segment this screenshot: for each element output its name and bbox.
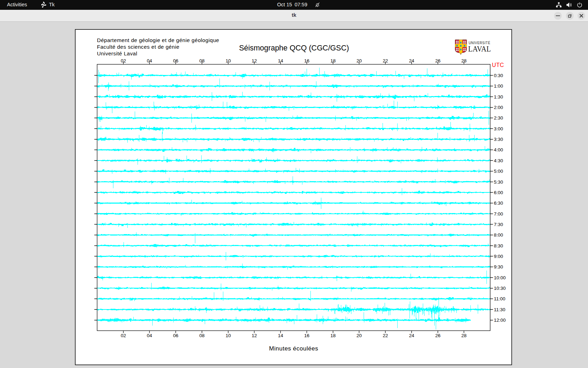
svg-text:UTC: UTC xyxy=(492,62,504,68)
svg-text:28: 28 xyxy=(461,58,467,63)
svg-text:1:00: 1:00 xyxy=(494,83,503,89)
svg-text:8:30: 8:30 xyxy=(494,243,503,248)
svg-text:Faculté des sciences et de gén: Faculté des sciences et de génie xyxy=(97,44,180,50)
svg-text:14: 14 xyxy=(278,58,284,63)
svg-text:06: 06 xyxy=(173,333,178,338)
svg-text:10: 10 xyxy=(225,58,231,63)
svg-text:2:00: 2:00 xyxy=(494,105,503,110)
svg-text:7:30: 7:30 xyxy=(494,222,503,227)
svg-text:5:00: 5:00 xyxy=(494,169,503,174)
svg-text:06: 06 xyxy=(173,58,178,63)
svg-text:24: 24 xyxy=(409,333,414,338)
svg-text:3:00: 3:00 xyxy=(494,126,503,131)
svg-text:24: 24 xyxy=(409,58,414,63)
svg-text:08: 08 xyxy=(199,333,204,338)
svg-text:22: 22 xyxy=(383,58,388,63)
svg-text:9:00: 9:00 xyxy=(494,254,503,259)
svg-text:20: 20 xyxy=(356,333,362,338)
svg-text:16: 16 xyxy=(304,58,309,63)
svg-text:2:30: 2:30 xyxy=(494,115,503,121)
svg-text:4:30: 4:30 xyxy=(494,158,503,163)
svg-text:02: 02 xyxy=(121,58,126,63)
svg-text:8:00: 8:00 xyxy=(494,232,503,238)
svg-text:Université Laval: Université Laval xyxy=(97,50,137,56)
svg-text:04: 04 xyxy=(147,58,152,63)
svg-text:10: 10 xyxy=(225,333,231,338)
svg-text:08: 08 xyxy=(199,58,204,63)
svg-text:02: 02 xyxy=(121,333,126,338)
svg-text:12: 12 xyxy=(252,58,257,63)
svg-text:14: 14 xyxy=(278,333,284,338)
svg-text:10:00: 10:00 xyxy=(494,275,506,280)
svg-text:6:00: 6:00 xyxy=(494,190,503,195)
svg-text:1:30: 1:30 xyxy=(494,94,503,100)
svg-text:26: 26 xyxy=(435,333,440,338)
svg-text:LAVAL: LAVAL xyxy=(468,45,491,53)
svg-text:11:30: 11:30 xyxy=(494,307,505,312)
svg-text:16: 16 xyxy=(304,333,309,338)
svg-text:0:30: 0:30 xyxy=(494,73,503,78)
svg-text:Minutes écoulées: Minutes écoulées xyxy=(269,345,318,352)
svg-text:Séismographe QCQ (CGC/GSC): Séismographe QCQ (CGC/GSC) xyxy=(239,44,349,52)
svg-text:26: 26 xyxy=(435,58,440,63)
svg-text:Département de géologie et de: Département de géologie et de génie géol… xyxy=(97,37,219,43)
svg-text:4:00: 4:00 xyxy=(494,147,503,152)
svg-text:11:00: 11:00 xyxy=(494,296,505,301)
svg-text:18: 18 xyxy=(330,333,336,338)
svg-text:12: 12 xyxy=(252,333,257,338)
svg-text:10:30: 10:30 xyxy=(494,286,506,291)
svg-text:7:00: 7:00 xyxy=(494,211,503,217)
svg-text:28: 28 xyxy=(461,333,467,338)
svg-text:12:00: 12:00 xyxy=(494,318,506,323)
svg-text:22: 22 xyxy=(383,333,388,338)
svg-text:20: 20 xyxy=(356,58,362,63)
svg-text:18: 18 xyxy=(330,58,336,63)
svg-text:9:30: 9:30 xyxy=(494,264,503,270)
svg-text:04: 04 xyxy=(147,333,152,338)
svg-text:6:30: 6:30 xyxy=(494,200,503,206)
svg-text:3:30: 3:30 xyxy=(494,137,503,142)
svg-text:5:30: 5:30 xyxy=(494,179,503,185)
